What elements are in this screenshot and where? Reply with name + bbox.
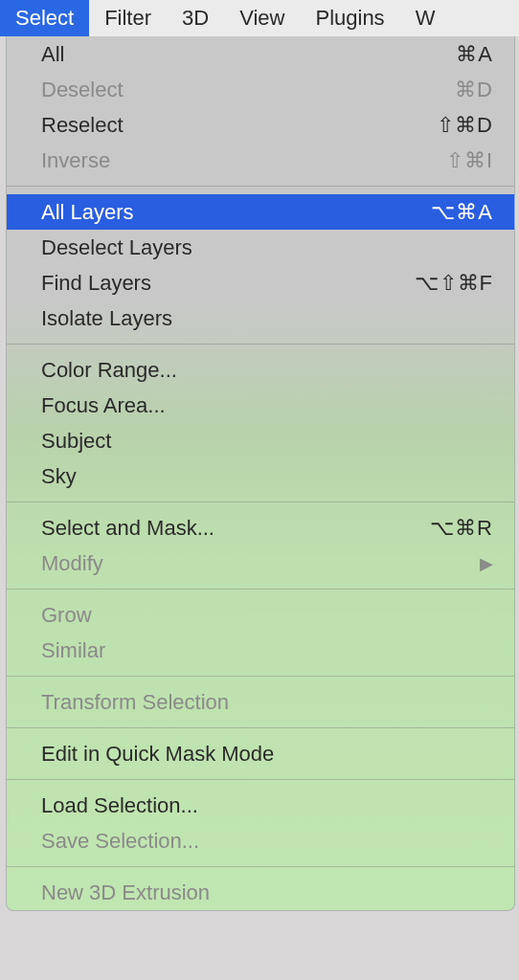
menu-item-label: Subject xyxy=(41,429,111,454)
menu-item-new-3d-extrusion: New 3D Extrusion xyxy=(7,875,514,910)
menu-item-select-and-mask[interactable]: Select and Mask...⌥⌘R xyxy=(7,510,514,546)
menu-item-label: All xyxy=(41,42,64,67)
menu-item-label: Edit in Quick Mask Mode xyxy=(41,742,274,767)
menu-item-label: Inverse xyxy=(41,148,110,173)
menu-item-modify: Modify▶ xyxy=(7,546,514,581)
menubar-item-select[interactable]: Select xyxy=(0,0,89,36)
menu-separator xyxy=(7,727,514,728)
menu-item-deselect: Deselect⌘D xyxy=(7,72,514,107)
menubar-item-3d[interactable]: 3D xyxy=(167,0,224,36)
menu-item-reselect[interactable]: Reselect⇧⌘D xyxy=(7,107,514,143)
menu-separator xyxy=(7,186,514,187)
menu-item-shortcut: ⌘D xyxy=(455,78,493,102)
menu-item-shortcut: ⇧⌘I xyxy=(446,148,493,173)
menu-item-inverse: Inverse⇧⌘I xyxy=(7,143,514,178)
menu-item-all-layers[interactable]: All Layers⌥⌘A xyxy=(7,194,514,230)
menu-item-similar: Similar xyxy=(7,633,514,668)
menu-item-label: Deselect xyxy=(41,78,124,102)
menu-separator xyxy=(7,501,514,502)
menu-item-label: Save Selection... xyxy=(41,829,199,854)
menu-item-label: All Layers xyxy=(41,200,134,225)
menu-item-label: Find Layers xyxy=(41,271,151,296)
menubar-item-filter[interactable]: Filter xyxy=(89,0,167,36)
menu-item-isolate-layers[interactable]: Isolate Layers xyxy=(7,301,514,336)
menu-item-label: Focus Area... xyxy=(41,393,166,418)
menu-item-load-selection[interactable]: Load Selection... xyxy=(7,788,514,823)
menu-item-label: Modify xyxy=(41,551,103,576)
menu-item-color-range[interactable]: Color Range... xyxy=(7,352,514,388)
menu-item-label: Reselect xyxy=(41,113,124,138)
menu-item-label: Isolate Layers xyxy=(41,306,172,331)
menu-separator xyxy=(7,344,514,345)
menu-item-shortcut: ⌥⌘R xyxy=(430,516,493,541)
menu-item-label: Transform Selection xyxy=(41,690,229,715)
menu-item-focus-area[interactable]: Focus Area... xyxy=(7,388,514,423)
menu-item-label: Sky xyxy=(41,464,77,489)
menu-item-sky[interactable]: Sky xyxy=(7,458,514,494)
menu-item-shortcut: ⌥⌘A xyxy=(431,200,493,225)
select-menu: All⌘ADeselect⌘DReselect⇧⌘DInverse⇧⌘IAll … xyxy=(6,36,515,911)
menu-item-save-selection: Save Selection... xyxy=(7,823,514,858)
menu-separator xyxy=(7,779,514,780)
menu-separator xyxy=(7,589,514,590)
menu-item-shortcut: ⇧⌘D xyxy=(437,113,493,138)
menu-item-label: Select and Mask... xyxy=(41,516,214,541)
menu-item-label: Grow xyxy=(41,603,92,628)
menu-item-label: Deselect Layers xyxy=(41,235,192,260)
menu-item-all[interactable]: All⌘A xyxy=(7,36,514,72)
menu-item-label: Similar xyxy=(41,638,105,663)
menu-item-transform-selection: Transform Selection xyxy=(7,684,514,720)
chevron-right-icon: ▶ xyxy=(480,553,493,574)
menu-item-label: New 3D Extrusion xyxy=(41,880,210,905)
menu-item-edit-in-quick-mask-mode[interactable]: Edit in Quick Mask Mode xyxy=(7,736,514,771)
menu-separator xyxy=(7,866,514,867)
menubar: Select Filter 3D View Plugins W xyxy=(0,0,519,36)
menu-item-shortcut: ⌥⇧⌘F xyxy=(415,271,493,296)
menu-item-grow: Grow xyxy=(7,597,514,633)
menu-item-label: Load Selection... xyxy=(41,793,198,818)
menu-item-deselect-layers[interactable]: Deselect Layers xyxy=(7,230,514,265)
menubar-item-plugins[interactable]: Plugins xyxy=(300,0,399,36)
menu-item-find-layers[interactable]: Find Layers⌥⇧⌘F xyxy=(7,265,514,301)
menu-item-label: Color Range... xyxy=(41,358,177,383)
menubar-item-view[interactable]: View xyxy=(224,0,300,36)
menu-item-subject[interactable]: Subject xyxy=(7,423,514,458)
menubar-item-cut[interactable]: W xyxy=(400,0,436,36)
menu-separator xyxy=(7,676,514,677)
menu-item-shortcut: ⌘A xyxy=(456,42,493,67)
